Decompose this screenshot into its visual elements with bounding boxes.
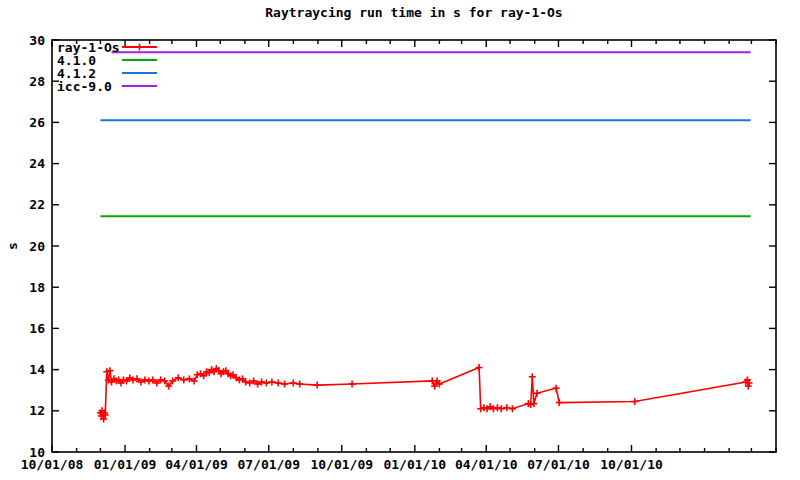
y-tick-label: 24 [29, 156, 45, 171]
x-tick-label: 10/01/09 [310, 457, 373, 472]
y-tick-label: 30 [29, 33, 45, 48]
y-tick-label: 28 [29, 74, 45, 89]
x-tick-label: 04/01/10 [455, 457, 518, 472]
benchmark-chart-screen: Raytraycing run time in s for ray-1-Os 1… [0, 0, 800, 480]
legend-item-icc-9.0: icc-9.0 [57, 79, 157, 94]
x-tick-label: 01/01/09 [94, 457, 157, 472]
legend: ray-1-Os4.1.04.1.2icc-9.0 [57, 40, 157, 94]
legend-label: icc-9.0 [57, 79, 112, 94]
y-tick-label: 16 [29, 321, 45, 336]
x-axis-ticks: 10/01/0801/01/0904/01/0907/01/0910/01/09… [21, 40, 776, 472]
x-tick-label: 04/01/09 [165, 457, 228, 472]
y-tick-label: 14 [29, 362, 45, 377]
x-tick-label: 10/01/08 [21, 457, 84, 472]
raytracing-runtime-plot: 1012141618202224262830s10/01/0801/01/090… [0, 0, 800, 480]
y-axis-ticks: 1012141618202224262830 [29, 33, 776, 460]
y-axis-label: s [5, 242, 20, 250]
x-tick-label: 07/01/09 [237, 457, 300, 472]
y-tick-label: 20 [29, 239, 45, 254]
y-tick-label: 26 [29, 115, 45, 130]
y-axis-label: s [5, 242, 20, 250]
x-tick-label: 01/01/10 [383, 457, 446, 472]
series-ray-1-Os [97, 364, 753, 423]
y-tick-label: 22 [29, 197, 45, 212]
plot-border [52, 40, 776, 452]
y-tick-label: 18 [29, 280, 45, 295]
y-tick-label: 12 [29, 403, 45, 418]
x-tick-label: 10/01/10 [600, 457, 663, 472]
x-tick-label: 07/01/10 [527, 457, 590, 472]
